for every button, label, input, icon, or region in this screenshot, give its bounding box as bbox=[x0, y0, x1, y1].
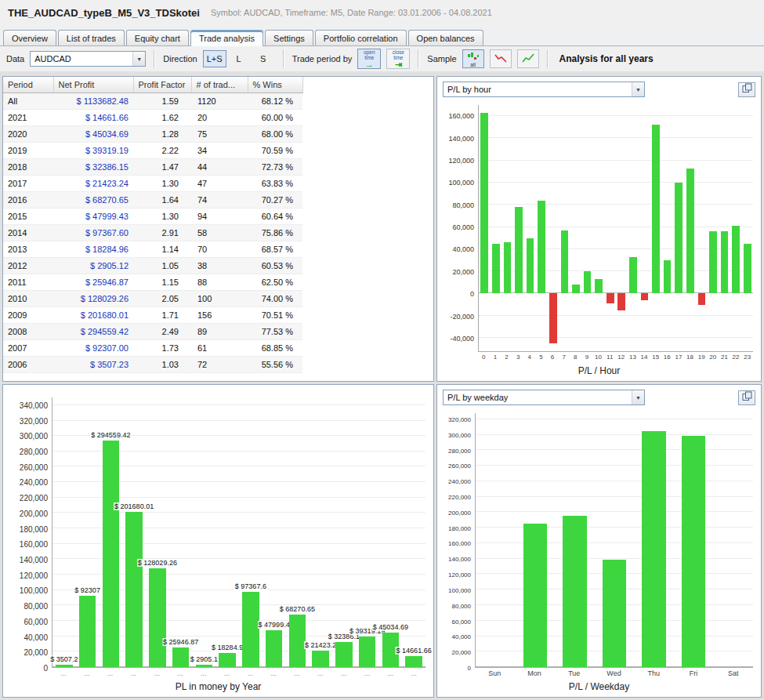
table-row[interactable]: All$ 1133682.481.59112068.12 % bbox=[3, 92, 302, 109]
tab-settings[interactable]: Settings bbox=[265, 30, 313, 45]
gridline bbox=[476, 419, 753, 419]
bar-value-label: $ 47999.4 bbox=[258, 621, 291, 629]
tab-portfolio-correlation[interactable]: Portfolio correlation bbox=[315, 30, 407, 45]
y-tick-label: 200,000 bbox=[448, 509, 471, 516]
y-tick-label: 280,000 bbox=[20, 448, 48, 456]
cell-of-trad: 100 bbox=[191, 290, 248, 306]
table-row[interactable]: 2009$ 201680.011.7115670.51 % bbox=[3, 306, 302, 323]
cell-period: 2014 bbox=[3, 224, 53, 241]
pl-by-hour-panel: P/L by hour ▼ -40,000-20,000020,00040,00… bbox=[436, 76, 762, 382]
column-header-wins[interactable]: % Wins bbox=[248, 77, 302, 92]
x-tick-label: ... bbox=[224, 669, 230, 677]
x-tick-label: ... bbox=[131, 669, 137, 677]
tab-bar: OverviewList of tradesEquity chartTrade … bbox=[0, 25, 764, 46]
cell-period: All bbox=[3, 92, 53, 109]
tab-open-balances[interactable]: Open balances bbox=[408, 30, 483, 45]
gridline bbox=[479, 115, 753, 116]
chevron-down-icon: ▼ bbox=[632, 390, 644, 404]
table-row[interactable]: 2021$ 14661.661.622060.00 % bbox=[3, 109, 302, 125]
tab-overview[interactable]: Overview bbox=[3, 30, 56, 45]
cell-wins: 68.85 % bbox=[248, 339, 302, 356]
bar- bbox=[405, 656, 422, 667]
gridline bbox=[476, 449, 753, 450]
plot-area bbox=[475, 413, 753, 668]
bar-value-label: $ 92307 bbox=[74, 586, 101, 594]
trade-period-open-time-button[interactable]: open time → bbox=[357, 49, 381, 69]
plot-area bbox=[478, 105, 753, 352]
sample-all-button[interactable]: all bbox=[462, 49, 484, 68]
bar-value-label: $ 18284.9 bbox=[211, 644, 244, 651]
cell-profit-factor: 2.49 bbox=[133, 323, 191, 339]
copy-hour-chart-button[interactable] bbox=[738, 82, 755, 97]
column-header-of-trad[interactable]: # of trad... bbox=[191, 77, 248, 92]
sample-profits-button[interactable] bbox=[517, 49, 539, 68]
cell-of-trad: 74 bbox=[191, 191, 248, 208]
table-row[interactable]: 2014$ 97367.602.915875.86 % bbox=[3, 224, 302, 241]
bar- bbox=[172, 647, 189, 668]
y-tick-label: 160,000 bbox=[448, 540, 471, 547]
direction-s-button[interactable]: S bbox=[252, 50, 275, 67]
gridline bbox=[53, 420, 425, 421]
y-tick-label: 60,000 bbox=[24, 617, 48, 626]
gridline bbox=[476, 542, 753, 543]
cell-wins: 77.53 % bbox=[248, 323, 302, 339]
table-row[interactable]: 2013$ 18284.961.147068.57 % bbox=[3, 241, 302, 257]
cell-wins: 55.56 % bbox=[248, 356, 302, 372]
x-tick-label: ... bbox=[248, 669, 254, 677]
titlebar: THE_AUDCAD_typeB_M5_V3_TDSkotei Symbol: … bbox=[0, 0, 764, 25]
table-row[interactable]: 2010$ 128029.262.0510074.00 % bbox=[3, 290, 302, 306]
y-tick-label: 280,000 bbox=[448, 447, 471, 454]
table-row[interactable]: 2008$ 294559.422.498977.53 % bbox=[3, 323, 302, 339]
y-tick-label: 60,000 bbox=[452, 223, 474, 231]
tab-equity-chart[interactable]: Equity chart bbox=[126, 30, 189, 45]
cell-net-profit: $ 18284.96 bbox=[53, 241, 133, 257]
x-tick-label: Tue bbox=[568, 669, 580, 677]
y-tick-label: 40,000 bbox=[452, 633, 471, 640]
table-row[interactable]: 2011$ 25946.871.158862.50 % bbox=[3, 274, 302, 290]
trade-period-close-time-button[interactable]: close time ⇥ bbox=[386, 49, 410, 69]
table-row[interactable]: 2018$ 32386.151.474472.73 % bbox=[3, 158, 302, 175]
weekday-chart-select[interactable]: P/L by weekday ▼ bbox=[443, 390, 645, 405]
copy-weekday-chart-button[interactable] bbox=[738, 390, 755, 405]
bar-13 bbox=[629, 257, 637, 294]
sample-label: Sample bbox=[427, 54, 456, 63]
table-row[interactable]: 2006$ 3507.231.037255.56 % bbox=[3, 356, 302, 372]
gridline bbox=[479, 137, 753, 138]
cell-wins: 60.64 % bbox=[248, 208, 302, 224]
cell-of-trad: 89 bbox=[191, 323, 248, 339]
direction-l-button[interactable]: L bbox=[227, 50, 251, 67]
direction-l-s-button[interactable]: L+S bbox=[203, 50, 226, 67]
table-row[interactable]: 2020$ 45034.691.287568.00 % bbox=[3, 125, 302, 142]
hour-chart-select[interactable]: P/L by hour ▼ bbox=[443, 82, 645, 97]
cell-wins: 70.59 % bbox=[248, 142, 302, 158]
cell-of-trad: 72 bbox=[191, 356, 248, 372]
table-row[interactable]: 2015$ 47999.431.309460.64 % bbox=[3, 208, 302, 224]
table-row[interactable]: 2012$ 2905.121.053860.53 % bbox=[3, 257, 302, 274]
table-row[interactable]: 2017$ 21423.241.304763.83 % bbox=[3, 175, 302, 191]
tab-trade-analysis[interactable]: Trade analysis bbox=[190, 30, 263, 46]
table-row[interactable]: 2016$ 68270.651.647470.27 % bbox=[3, 191, 302, 208]
bar-6 bbox=[549, 293, 557, 343]
cell-period: 2018 bbox=[3, 158, 53, 175]
x-tick-label: 15 bbox=[652, 354, 659, 361]
y-tick-label: 100,000 bbox=[448, 179, 474, 187]
bar-16 bbox=[664, 260, 672, 293]
table-row[interactable]: 2007$ 92307.001.736168.85 % bbox=[3, 339, 302, 356]
cell-profit-factor: 1.28 bbox=[133, 125, 191, 142]
x-tick-label: 2 bbox=[505, 354, 508, 361]
column-header-profit-factor[interactable]: Profit Factor bbox=[133, 77, 191, 92]
cell-wins: 68.12 % bbox=[248, 92, 302, 109]
bar-22 bbox=[732, 226, 740, 293]
column-header-net-profit[interactable]: Net Profit bbox=[53, 77, 133, 92]
tab-list-of-trades[interactable]: List of trades bbox=[58, 30, 125, 45]
table-row[interactable]: 2019$ 39319.192.223470.59 % bbox=[3, 142, 302, 158]
sample-losses-button[interactable] bbox=[490, 49, 512, 68]
column-header-period[interactable]: Period bbox=[3, 77, 53, 92]
x-tick-label: ... bbox=[341, 669, 347, 677]
x-tick-label: ... bbox=[107, 669, 114, 677]
weekday-chart-xlabel: P/L / Weekday bbox=[437, 680, 761, 697]
cell-of-trad: 61 bbox=[191, 339, 248, 356]
y-tick-label: 120,000 bbox=[20, 571, 48, 579]
y-tick-label: 0 bbox=[468, 665, 471, 672]
data-select[interactable]: AUDCAD ▼ bbox=[30, 51, 146, 67]
